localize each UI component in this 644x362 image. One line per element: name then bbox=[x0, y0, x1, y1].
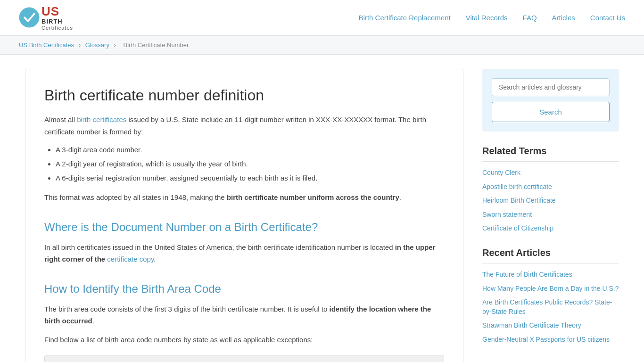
main-nav: Birth Certificate Replacement Vital Reco… bbox=[359, 14, 625, 22]
article-strawman[interactable]: Strawman Birth Certificate Theory bbox=[482, 321, 619, 330]
document-number-bold: in the upper right corner of the bbox=[44, 243, 436, 263]
content-area: Birth certificate number definition Almo… bbox=[25, 69, 463, 362]
format-bold: birth certificate number uniform across … bbox=[227, 193, 399, 201]
format-note: This format was adopted by all states in… bbox=[44, 191, 444, 204]
article-gender-neutral[interactable]: Gender-Neutral X Passports for US citize… bbox=[482, 335, 619, 345]
table-title: Birth Area Code By States bbox=[45, 355, 444, 362]
logo-birth: BIRTH bbox=[41, 18, 73, 25]
search-input[interactable] bbox=[492, 78, 610, 96]
search-button[interactable]: Search bbox=[492, 102, 610, 122]
h2-area-code: How to Identify the Birth Area Code bbox=[44, 282, 444, 296]
intro-paragraph: Almost all birth certificates issued by … bbox=[44, 114, 444, 138]
nav-faq[interactable]: FAQ bbox=[523, 14, 537, 22]
related-terms-title: Related Terms bbox=[482, 146, 619, 162]
logo-us: US bbox=[41, 5, 73, 18]
area-code-bold: identify the location where the birth oc… bbox=[44, 305, 431, 325]
header: US BIRTH Certificates Birth Certificate … bbox=[0, 0, 644, 36]
area-code-para: The birth area code consists of the firs… bbox=[44, 303, 444, 327]
nav-birth-certificate-replacement[interactable]: Birth Certificate Replacement bbox=[359, 14, 451, 22]
related-term-county-clerk[interactable]: County Clerk bbox=[482, 168, 619, 178]
sidebar: Search Related Terms County Clerk Aposti… bbox=[482, 69, 619, 362]
bullet-1: A 3-digit area code number. bbox=[56, 144, 444, 156]
h2-document-number: Where is the Document Number on a Birth … bbox=[44, 221, 444, 234]
birth-certificates-link[interactable]: birth certificates bbox=[77, 115, 126, 123]
related-terms-links: County Clerk Apostille birth certificate… bbox=[482, 168, 619, 233]
nav-contact-us[interactable]: Contact Us bbox=[590, 14, 625, 22]
nav-vital-records[interactable]: Vital Records bbox=[466, 14, 508, 22]
logo-icon bbox=[19, 7, 40, 28]
page-title: Birth certificate number definition bbox=[44, 86, 444, 104]
logo-certificates: Certificates bbox=[41, 25, 73, 31]
svg-point-0 bbox=[19, 8, 39, 27]
related-terms-section: Related Terms County Clerk Apostille bir… bbox=[482, 146, 619, 233]
logo: US BIRTH Certificates bbox=[19, 5, 73, 31]
search-box: Search bbox=[482, 69, 619, 132]
related-term-heirloom[interactable]: Heirloom Birth Certificate bbox=[482, 196, 619, 206]
document-number-para: In all birth certificates issued in the … bbox=[44, 241, 444, 265]
logo-text: US BIRTH Certificates bbox=[41, 5, 73, 31]
find-below-para: Find below a list of birth area code num… bbox=[44, 334, 444, 346]
article-public-records[interactable]: Are Birth Certificates Public Records? S… bbox=[482, 298, 619, 316]
related-term-citizenship[interactable]: Certificate of Citizenship bbox=[482, 224, 619, 233]
recent-articles-links: The Future of Birth Certificates How Man… bbox=[482, 270, 619, 345]
birth-area-code-table: Birth Area Code By States State Area bbox=[44, 355, 444, 362]
recent-articles-title: Recent Articles bbox=[482, 247, 619, 263]
certificate-copy-link[interactable]: certificate copy bbox=[107, 255, 154, 263]
article-born-a-day[interactable]: How Many People Are Born a Day in the U.… bbox=[482, 284, 619, 294]
related-term-apostille[interactable]: Apostille birth certificate bbox=[482, 182, 619, 192]
article-future-birth-certificates[interactable]: The Future of Birth Certificates bbox=[482, 270, 619, 280]
related-term-sworn[interactable]: Sworn statement bbox=[482, 210, 619, 220]
breadcrumb-home[interactable]: US Birth Certificates bbox=[19, 41, 74, 49]
breadcrumb-current: Birth Certificate Number bbox=[124, 41, 189, 49]
bullet-list: A 3-digit area code number. A 2-digit ye… bbox=[56, 144, 444, 184]
breadcrumb: US Birth Certificates › Glossary › Birth… bbox=[0, 36, 644, 55]
recent-articles-section: Recent Articles The Future of Birth Cert… bbox=[482, 247, 619, 345]
bullet-2: A 2-digit year of registration, which is… bbox=[56, 158, 444, 170]
breadcrumb-separator-2: › bbox=[114, 41, 116, 49]
breadcrumb-glossary[interactable]: Glossary bbox=[85, 41, 109, 49]
main-container: Birth certificate number definition Almo… bbox=[16, 55, 628, 362]
bullet-3: A 6-digits serial registration number, a… bbox=[56, 173, 444, 184]
breadcrumb-separator-1: › bbox=[79, 41, 81, 49]
nav-articles[interactable]: Articles bbox=[552, 14, 575, 22]
